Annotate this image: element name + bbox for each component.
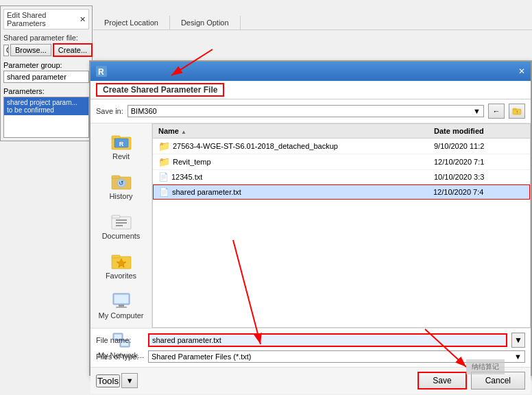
svg-rect-24 (116, 307, 127, 308)
file-date-cell: 12/10/2020 7:1 (431, 157, 527, 167)
text-file-icon: 📄 (159, 187, 169, 197)
folder-up-icon: ↑ (512, 106, 522, 116)
content-area: R Revit ↺ History (90, 123, 531, 328)
computer-icon (110, 291, 132, 310)
save-in-combo[interactable]: BIM360 ▼ (128, 105, 484, 117)
documents-folder-icon (110, 211, 132, 230)
sort-arrow-icon: ▲ (181, 129, 186, 135)
files-of-type-value: Shared Parameter Files (*.txt) (152, 352, 252, 361)
create-dialog-titlebar: R ✕ (90, 62, 531, 81)
sidebar-item-computer-label: My Computer (98, 311, 143, 320)
sidebar-item-favorites-label: Favorites (106, 272, 136, 280)
save-button[interactable]: Save (418, 372, 466, 390)
param-list-item[interactable]: shared project param...to be confirmed (4, 97, 88, 115)
shared-param-file-label: Shared parameter file: (3, 34, 89, 42)
create-dialog-title: Create Shared Parameter File (96, 83, 224, 97)
file-list-area: Name ▲ Date modified 📁 27563-4-WGE-ST-S6… (152, 123, 531, 328)
revit-logo-icon: R (96, 66, 107, 77)
left-panel: R Revit ↺ History (90, 123, 152, 328)
params-label: Parameters: (3, 87, 89, 95)
svg-rect-23 (119, 304, 124, 307)
filename-row: File name: ▼ (96, 333, 525, 348)
svg-rect-16 (116, 222, 127, 224)
file-name-cell: 📁 Revit_temp (156, 156, 431, 168)
top-bar: Project Location Design Option (93, 0, 532, 30)
file-name-cell: 📁 27563-4-WGE-ST-S6.01-2018_detached_bac… (156, 140, 431, 152)
svg-rect-14 (112, 215, 120, 218)
param-group-value: shared parameter (3, 71, 89, 83)
sidebar-item-history-label: History (109, 192, 132, 200)
edit-dialog-title: Edit Shared Parameters (7, 11, 80, 27)
sidebar-item-my-computer[interactable]: My Computer (94, 288, 149, 322)
bottom-section: File name: ▼ Files of type: Shared Param… (90, 328, 531, 367)
tools-button[interactable]: Tools (96, 374, 120, 387)
svg-rect-19 (112, 255, 120, 258)
revit-folder-icon: R (110, 132, 132, 151)
name-column-header[interactable]: Name ▲ (156, 125, 431, 136)
filename-dropdown-btn[interactable]: ▼ (511, 333, 525, 348)
svg-rect-17 (116, 225, 123, 226)
edit-shared-params-dialog: Edit Shared Parameters ✕ Shared paramete… (0, 5, 93, 141)
folder-icon: 📁 (158, 156, 170, 167)
file-date-cell: 10/10/2020 3:3 (431, 172, 527, 182)
save-in-row: Save in: BIM360 ▼ ← ↑ (90, 99, 531, 123)
file-date-cell: 12/10/2020 7:4 (431, 187, 527, 197)
action-buttons-row: Tools ▼ Save Cancel (90, 367, 531, 394)
close-dialog-icon[interactable]: ✕ (518, 67, 525, 76)
sidebar-item-favorites[interactable]: Favorites (94, 248, 149, 283)
file-list-header: Name ▲ Date modified (153, 124, 530, 139)
svg-text:R: R (98, 67, 104, 77)
file-list-row[interactable]: 📁 Revit_temp 12/10/2020 7:1 (153, 154, 530, 170)
save-in-value: BIM360 (131, 107, 157, 115)
sidebar-item-documents-label: Documents (102, 232, 141, 240)
file-list-row[interactable]: 📁 27563-4-WGE-ST-S6.01-2018_detached_bac… (153, 139, 530, 154)
date-column-header[interactable]: Date modified (431, 125, 527, 136)
filetype-chevron-icon: ▼ (514, 352, 522, 361)
history-folder-icon: ↺ (110, 171, 132, 191)
svg-text:↺: ↺ (119, 180, 124, 187)
favorites-folder-icon (110, 251, 132, 270)
file-path-input[interactable]: C:\Users\weibo.lu\Desktop\New folder\Bl (3, 45, 9, 56)
file-name-cell: 📄 12345.txt (156, 171, 431, 182)
svg-text:↑: ↑ (516, 109, 518, 115)
nav-back-button[interactable]: ← (488, 104, 505, 119)
svg-rect-6 (112, 136, 120, 139)
dialog-title-left: R (96, 66, 111, 77)
chevron-down-icon: ▼ (473, 107, 481, 115)
sidebar-item-documents[interactable]: Documents (94, 208, 149, 243)
watermark: 纳结算记 (466, 359, 505, 374)
project-location-tab[interactable]: Project Location (93, 16, 170, 29)
create-shared-param-dialog: R ✕ Create Shared Parameter File Save in… (89, 60, 532, 376)
folder-icon: 📁 (158, 141, 170, 152)
filetype-row: Files of type: Shared Parameter Files (*… (96, 350, 525, 363)
svg-rect-22 (114, 295, 128, 303)
tools-dropdown-btn[interactable]: ▼ (121, 373, 138, 388)
file-list-row-selected[interactable]: 📄 shared parameter.txt 12/10/2020 7:4 (153, 184, 530, 200)
edit-dialog-titlebar: Edit Shared Parameters ✕ (3, 9, 89, 29)
create-button[interactable]: Create... (53, 43, 93, 57)
close-icon[interactable]: ✕ (80, 15, 86, 24)
sidebar-item-revit-label: Revit (112, 152, 130, 160)
text-file-icon: 📄 (158, 172, 169, 182)
svg-text:R: R (119, 141, 123, 147)
file-path-row: C:\Users\weibo.lu\Desktop\New folder\Bl … (3, 43, 89, 57)
save-in-label: Save in: (96, 107, 123, 115)
nav-folder-up-button[interactable]: ↑ (509, 104, 525, 119)
design-option-tab[interactable]: Design Option (170, 16, 241, 29)
file-date-cell: 9/10/2020 11:2 (431, 141, 527, 151)
svg-rect-10 (112, 176, 120, 178)
params-list: shared project param...to be confirmed (3, 97, 89, 138)
sidebar-item-history[interactable]: ↺ History (94, 169, 149, 203)
param-group-label: Parameter group: (3, 61, 89, 69)
sidebar-item-revit[interactable]: R Revit (94, 129, 149, 163)
tools-button-group: Tools ▼ (96, 373, 138, 388)
browse-button[interactable]: Browse... (10, 44, 51, 56)
file-name-input[interactable] (148, 333, 507, 347)
file-name-label: File name: (96, 336, 144, 344)
file-name-cell: 📄 shared parameter.txt (156, 187, 431, 198)
svg-rect-15 (116, 219, 127, 221)
files-of-type-label: Files of type: (96, 352, 144, 361)
file-list-row[interactable]: 📄 12345.txt 10/10/2020 3:3 (153, 170, 530, 184)
